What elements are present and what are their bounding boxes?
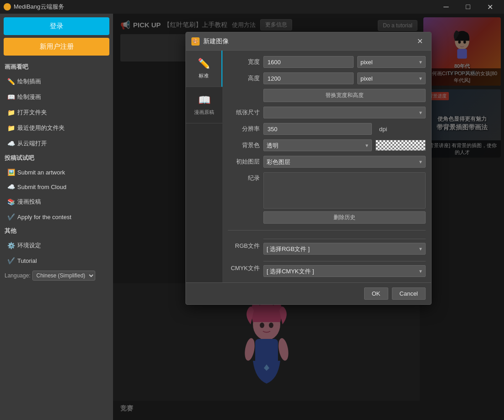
modal-close-button[interactable]: ✕ [414,36,426,46]
sidebar-item-open-folder-label: 打开文件夹 [17,108,47,117]
sidebar-item-manga[interactable]: 📖 绘制漫画 [4,90,109,104]
width-input[interactable] [263,56,354,68]
history-label: 纪录 [228,172,260,182]
modal-title: 新建图像 [203,37,229,46]
cmyk-file-row: CMYK文件 [ 选择CMYK文件 ] ▼ [228,259,426,277]
modal-title-row: 🎨 新建图像 [191,37,229,46]
sidebar-item-illustration-label: 绘制插画 [17,77,41,86]
app-icon [4,3,11,10]
tab-manga-label: 漫画原稿 [194,109,214,116]
sidebar-item-open-cloud-label: 从云端打开 [17,139,47,148]
swap-dimensions-button[interactable]: 替换宽度和高度 [263,89,426,102]
sidebar-item-recent-folder[interactable]: 📁 最近使用的文件夹 [4,121,109,135]
cmyk-content: [ 选择CMYK文件 ] ▼ [263,259,426,277]
sidebar-item-settings[interactable]: ⚙️ 环境设定 [4,239,109,252]
register-button[interactable]: 新用户注册 [4,38,109,56]
language-select[interactable]: Chinese (Simplified) English Japanese [32,271,95,281]
maximize-button[interactable]: □ [458,0,478,14]
login-button[interactable]: 登录 [4,17,109,35]
sidebar-item-submit-artwork-label: Submit an artwork [17,169,65,176]
history-row: 纪录 删除历史 [228,172,426,224]
cancel-button[interactable]: Cancel [392,287,426,300]
submit-cloud-icon: ☁️ [7,183,15,190]
section-submit: 投稿试试吧 [4,152,109,164]
width-row: 宽度 pixel mm cm inch ▼ [228,56,426,68]
bg-color-select[interactable]: 透明 白色 黑色 [263,139,372,151]
rgb-file-label: RGB文件 [228,242,260,250]
language-row: Language: Chinese (Simplified) English J… [4,269,109,282]
height-unit-wrapper: pixel mm cm inch ▼ [357,72,426,84]
initial-layer-row: 初始图层 彩色图层 8bit图层 ▼ [228,156,426,168]
tab-standard[interactable]: ✏️ 标准 [186,51,222,87]
history-content: 删除历史 [263,172,426,224]
sidebar-item-open-cloud[interactable]: ☁️ 从云端打开 [4,137,109,150]
paper-size-select[interactable]: A4 A3 [263,107,426,118]
minimize-button[interactable]: ─ [436,0,457,14]
tab-standard-label: 标准 [199,72,209,79]
cmyk-divider [263,261,426,261]
sidebar-item-open-folder[interactable]: 📁 打开文件夹 [4,106,109,119]
bg-color-label: 背景色 [228,141,260,149]
height-input[interactable] [263,72,354,84]
tab-manga-icon: 📖 [198,94,211,106]
rgb-file-select[interactable]: [ 选择RGB文件 ] [263,243,426,255]
illustration-icon: ✏️ [7,78,15,85]
modal-form: 宽度 pixel mm cm inch ▼ [222,51,431,282]
content-area: 📢 PICK UP 【红叶笔刷】上手教程 使用方法 更多信息 Do a tuto… [113,14,504,420]
rgb-content: [ 选择RGB文件 ] ▼ [263,237,426,255]
rgb-select-wrapper: [ 选择RGB文件 ] ▼ [263,243,426,255]
resolution-row: 分辨率 dpi [228,123,426,135]
delete-history-button[interactable]: 删除历史 [263,211,426,224]
rgb-file-row: RGB文件 [ 选择RGB文件 ] ▼ [228,237,426,255]
sidebar-item-submit-cloud[interactable]: ☁️ Submit from Cloud [4,180,109,193]
manga-icon: 📖 [7,93,15,101]
sidebar: 登录 新用户注册 画画看吧 ✏️ 绘制插画 📖 绘制漫画 📁 打开文件夹 📁 最… [0,14,113,420]
cmyk-file-select[interactable]: [ 选择CMYK文件 ] [263,265,426,277]
sidebar-item-manga-submit-label: 漫画投稿 [17,198,41,206]
section-drawing: 画画看吧 [4,61,109,73]
apply-contest-icon: ✔️ [7,213,15,220]
sidebar-item-apply-contest-label: Apply for the contest [17,214,72,220]
sidebar-item-manga-label: 绘制漫画 [17,93,41,101]
titlebar: MediBang云端服务 ─ □ ✕ [0,0,504,14]
sidebar-item-recent-folder-label: 最近使用的文件夹 [17,124,65,132]
sidebar-item-illustration[interactable]: ✏️ 绘制插画 [4,75,109,88]
app-title: MediBang云端服务 [14,3,64,11]
ok-button[interactable]: OK [364,287,388,300]
tab-standard-icon: ✏️ [198,58,210,70]
close-button[interactable]: ✕ [479,0,500,14]
divider-1 [228,230,426,230]
height-row: 高度 pixel mm cm inch ▼ [228,72,426,84]
resolution-unit: dpi [375,126,426,133]
paper-size-wrapper: A4 A3 ▼ [263,107,426,118]
initial-layer-wrapper: 彩色图层 8bit图层 ▼ [263,156,426,168]
rgb-divider [263,239,426,239]
sidebar-item-apply-contest[interactable]: ✔️ Apply for the contest [4,210,109,223]
cmyk-file-label: CMYK文件 [228,264,260,272]
swap-btn-row: 替换宽度和高度 [263,89,426,102]
width-unit-wrapper: pixel mm cm inch ▼ [357,56,426,68]
recent-folder-icon: 📁 [7,124,15,132]
paper-size-row: 纸张尺寸 A4 A3 ▼ [228,107,426,118]
sidebar-item-tutorial-label: Tutorial [17,257,37,264]
initial-layer-select[interactable]: 彩色图层 8bit图层 [263,156,426,168]
open-folder-icon: 📁 [7,109,15,116]
manga-submit-icon: 📚 [7,198,15,205]
resolution-input[interactable] [263,123,372,135]
sidebar-item-submit-artwork[interactable]: 🖼️ Submit an artwork [4,166,109,179]
color-preview[interactable] [375,140,426,151]
height-unit-select[interactable]: pixel mm cm inch [357,72,426,84]
modal-body: ✏️ 标准 📖 漫画原稿 宽度 [186,51,431,282]
cmyk-select-wrapper: [ 选择CMYK文件 ] ▼ [263,265,426,277]
modal-tabs: ✏️ 标准 📖 漫画原稿 [186,51,222,282]
cloud-open-icon: ☁️ [7,140,15,147]
width-unit-select[interactable]: pixel mm cm inch [357,56,426,68]
new-image-modal: 🎨 新建图像 ✕ ✏️ 标准 📖 漫画 [185,32,432,305]
initial-layer-label: 初始图层 [228,158,260,166]
sidebar-item-manga-submit[interactable]: 📚 漫画投稿 [4,195,109,209]
tab-manga[interactable]: 📖 漫画原稿 [186,87,222,123]
sidebar-item-settings-label: 环境设定 [17,241,41,250]
sidebar-item-tutorial[interactable]: ✔️ Tutorial [4,254,109,267]
modal-app-icon: 🎨 [191,37,200,46]
section-other: 其他 [4,225,109,237]
